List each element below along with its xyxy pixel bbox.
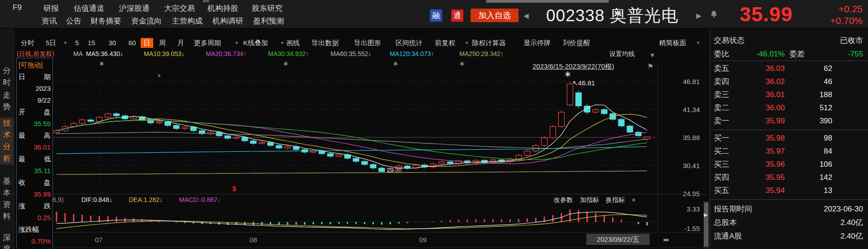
toolbar-导出图形[interactable]: 导出图形	[354, 39, 381, 47]
dropdown-caret-icon[interactable]: ▼	[649, 52, 656, 59]
weibi-row: 委比 -46.01% 委差 -755	[710, 47, 868, 61]
top-menu-item-公告[interactable]: 公告	[66, 16, 81, 26]
pct-value: 0.70%	[19, 236, 51, 246]
add-indicator-button[interactable]: 加指标	[580, 196, 599, 204]
dropdown-caret-icon[interactable]: ▼	[63, 41, 67, 45]
toolbar-区间统计[interactable]: 区间统计	[396, 39, 423, 47]
sidebar-item-走势[interactable]: 走势	[0, 89, 14, 113]
drag-handle-label[interactable]: [可拖动]	[19, 60, 51, 70]
chart-event-star-icon: ∗	[157, 73, 161, 78]
chart-annotation-2: S	[232, 185, 236, 191]
toolbar-15[interactable]: 15	[88, 39, 95, 47]
sidebar-item-深度资料[interactable]: 深度资料	[0, 232, 14, 249]
ask-row-卖三: 卖三36.01188	[710, 88, 868, 101]
expand-panel-icon[interactable]: ▶	[704, 212, 708, 218]
chart-event-star-icon: ∗	[459, 60, 465, 67]
toolbar-日[interactable]: 日	[141, 38, 153, 48]
top-menu-item-沪深股通[interactable]: 沪深股通	[119, 3, 150, 14]
top-scrollbar-thumb[interactable]	[486, 0, 609, 3]
toolbar-60[interactable]: 60	[128, 39, 136, 47]
chart-annotation-0: ↖46.81	[572, 80, 595, 86]
ma-legend-2: MA20:36.734↑	[206, 50, 246, 57]
margin-rong-badge[interactable]: 融	[430, 9, 442, 22]
dropdown-caret-icon[interactable]: ▼	[235, 41, 239, 45]
toolbar-更多周期[interactable]: 更多周期	[194, 39, 221, 47]
prev-stock-icon[interactable]: ◀	[524, 12, 529, 20]
bid-qty: 98	[787, 132, 832, 145]
toolbar-画线[interactable]: 画线	[286, 39, 300, 47]
weibi-label: 委比	[714, 47, 729, 61]
weicha-label: 委差	[789, 47, 805, 61]
top-menu-item-资金流向[interactable]: 资金流向	[131, 16, 162, 26]
chart-annotation-1: 29.00	[387, 167, 402, 173]
panel-scrollbar[interactable]: ▶	[703, 201, 709, 249]
pin-icon[interactable]: ⚑	[647, 62, 653, 70]
top-menu-item-F9[interactable]: F9	[13, 3, 22, 12]
divider	[710, 199, 868, 200]
top-scrollbar-fragment	[203, 0, 209, 2]
weibi-value: -46.01%	[737, 47, 785, 61]
set-ma-button[interactable]: 设置均线	[609, 50, 635, 58]
toolbar-5[interactable]: 5	[75, 39, 79, 47]
dropdown-caret-icon[interactable]: ▼	[696, 41, 700, 45]
add-to-watchlist-button[interactable]: 加入自选	[471, 9, 519, 22]
top-menu-item-机构持股[interactable]: 机构持股	[208, 3, 238, 14]
ohlc-info-panel[interactable]: [可拖动] 日期 2023 9/22 开盘 35.55 最高 36.01 最低 …	[16, 58, 53, 249]
sidebar-item-技术分析[interactable]: 技术分析	[0, 117, 14, 164]
toolbar-月[interactable]: 月	[177, 39, 184, 47]
stock-code-name: 002338 奥普光电	[546, 5, 679, 27]
change-value: 0.25	[19, 213, 51, 223]
ask-row-卖四: 卖四36.0246	[710, 75, 868, 88]
ma-word: MA	[73, 50, 83, 57]
toolbar-分时[interactable]: 分时	[21, 39, 34, 47]
toolbar-K线叠加[interactable]: K线叠加	[243, 39, 268, 47]
tong-badge[interactable]: 通	[451, 9, 463, 22]
top-menu-item-财务摘要[interactable]: 财务摘要	[90, 16, 121, 26]
date-label: 日期	[19, 72, 51, 82]
ma-legend-5: MA120:34.073↑	[390, 50, 434, 57]
sidebar-item-分时[interactable]: 分时	[0, 65, 14, 89]
top-menu-item-主营构成[interactable]: 主营构成	[172, 16, 203, 26]
ask-price: 35.99	[737, 114, 785, 127]
price-change: +0.25	[817, 4, 863, 14]
switch-indicator-button[interactable]: 换指标	[606, 196, 625, 204]
edit-params-button[interactable]: 改参数	[554, 196, 573, 204]
top-menu-item-机构调研[interactable]: 机构调研	[212, 16, 243, 26]
open-label: 开盘	[19, 107, 51, 117]
ask-row-卖一: 卖一35.99390	[710, 114, 868, 127]
bid-price: 35.96	[737, 158, 785, 171]
sidebar-item-基本资料[interactable]: 基本资料	[0, 175, 14, 222]
top-menu-item-大宗交易[interactable]: 大宗交易	[164, 3, 195, 14]
toolbar-显示停牌[interactable]: 显示停牌	[524, 39, 551, 47]
toolbar-除权计算器[interactable]: 除权计算器	[472, 39, 506, 47]
bid-price: 35.98	[737, 132, 785, 145]
toolbar-5日[interactable]: 5日	[46, 39, 56, 47]
bid-label: 买一	[714, 132, 729, 145]
ask-label: 卖五	[714, 62, 729, 75]
toolbar-前复权[interactable]: 前复权	[435, 39, 455, 47]
bid-label: 买二	[714, 145, 729, 158]
next-stock-icon[interactable]: ▶	[696, 12, 702, 20]
info-value: 2023-06-30	[824, 202, 863, 216]
stock-app-window: { "header": { "menu_row1": ["F9","研报","估…	[0, 0, 868, 249]
toolbar-导出数据[interactable]: 导出数据	[311, 39, 339, 47]
top-menu-item-股东研究[interactable]: 股东研究	[252, 3, 283, 14]
top-menu-item-估值通道[interactable]: 估值通道	[74, 3, 104, 14]
top-menu-item-资讯[interactable]: 资讯	[42, 16, 57, 26]
toolbar-30[interactable]: 30	[108, 39, 116, 47]
info-label: 流通A股	[714, 230, 742, 243]
macd-macd-value: MACD:-0.867↓	[179, 196, 221, 203]
bid-label: 买三	[714, 158, 729, 171]
close-indicator-icon[interactable]: ×	[632, 196, 636, 204]
info-row-报告期时间: 报告期时间2023-06-30	[710, 202, 868, 216]
dropdown-caret-icon[interactable]: ▼	[280, 41, 284, 45]
dropdown-caret-icon[interactable]: ▼	[465, 41, 469, 45]
top-menu-item-盈利预测[interactable]: 盈利预测	[253, 16, 284, 26]
high-label: 最高	[19, 131, 51, 141]
toolbar-到价提醒[interactable]: 到价提醒	[563, 39, 590, 47]
panel-scrollbar-thumb[interactable]	[704, 202, 708, 247]
top-menu-item-研报[interactable]: 研报	[43, 3, 59, 14]
toolbar-simple-layout[interactable]: 精简板面	[659, 39, 686, 47]
toolbar-周[interactable]: 周	[159, 39, 166, 47]
left-sidebar: 分时走势技术分析基本资料深度资料	[0, 28, 14, 249]
